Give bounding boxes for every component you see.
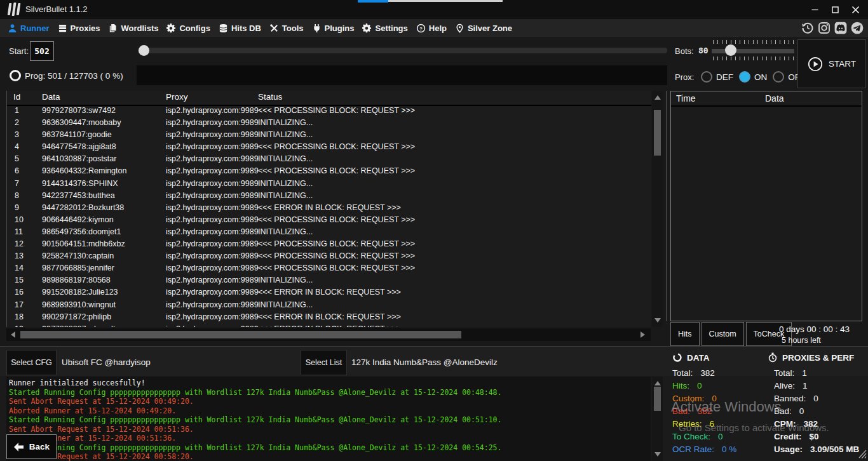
- position-slider[interactable]: [138, 48, 667, 53]
- cell-status: INITIALIZING...: [258, 154, 313, 163]
- telegram-icon[interactable]: [851, 22, 864, 34]
- table-row[interactable]: 149877066885:jenniferisp2.hydraproxy.com…: [7, 263, 651, 275]
- stat-value: 382: [804, 419, 818, 429]
- close-button[interactable]: [845, 0, 865, 19]
- cell-status: <<< ERROR IN BLOCK: REQUEST >>>: [258, 312, 401, 321]
- stat-ocr-rate: OCR Rate:0 %: [672, 443, 736, 455]
- cell-proxy: isp2.hydraproxy.com:9989: [166, 227, 259, 236]
- start-button[interactable]: START: [797, 39, 866, 88]
- bots-slider-thumb[interactable]: [725, 44, 736, 56]
- panel-splitter[interactable]: [666, 91, 667, 321]
- cell-data: 9915208182:Julie123: [42, 288, 118, 297]
- table-row[interactable]: 69364604332:Remingtonisp2.hydraproxy.com…: [7, 166, 651, 178]
- nav-item-help[interactable]: ?Help: [416, 23, 447, 33]
- table-row[interactable]: 139258247130:captainisp2.hydraproxy.com:…: [7, 251, 651, 263]
- log-line: Started Running Config pppppppppppppppp …: [9, 415, 651, 425]
- cell-id: 10: [15, 215, 24, 224]
- select-cfg-button[interactable]: Select CFG: [6, 350, 57, 375]
- table-row[interactable]: 79144314376:SPHINXisp2.hydraproxy.com:99…: [7, 178, 651, 190]
- log-line: Sent Abort Request at 15-12-2024 00:49:2…: [9, 397, 651, 406]
- table-row[interactable]: 199377888887:wheezltisp2.hydraproxy.com:…: [7, 324, 651, 327]
- prox-option-def[interactable]: DEF: [701, 71, 733, 83]
- cell-status: <<< PROCESSING BLOCK: REQUEST >>>: [258, 166, 415, 175]
- start-input[interactable]: 502: [30, 41, 54, 61]
- table-row[interactable]: 109066446492:kiymonisp2.hydraproxy.com:9…: [7, 215, 651, 227]
- nav-item-silver-zone[interactable]: Silver Zone: [455, 23, 512, 33]
- table-row[interactable]: 169915208182:Julie123isp2.hydraproxy.com…: [7, 287, 651, 299]
- nav-item-tools[interactable]: Tools: [269, 23, 304, 33]
- table-row[interactable]: 189902971872:philipbisp2.hydraproxy.com:…: [7, 312, 651, 324]
- cell-data: 9865497356:doomjet1: [42, 227, 121, 236]
- start-button-label: START: [829, 59, 856, 69]
- table-row[interactable]: 49464775478:ajgi8at8isp2.hydraproxy.com:…: [7, 142, 651, 154]
- cell-proxy: isp2.hydraproxy.com:9989: [166, 215, 259, 224]
- scroll-left-arrow[interactable]: [11, 331, 15, 338]
- runner-table: Id Data Proxy Status 19979278073:sw7492i…: [6, 91, 651, 327]
- scroll-up-arrow[interactable]: [654, 95, 661, 100]
- stat-value: 0: [697, 381, 702, 391]
- bots-slider[interactable]: [712, 49, 794, 53]
- header-id: Id: [13, 92, 20, 102]
- hits-db-icon: [219, 23, 228, 33]
- stat-value: 0: [813, 394, 818, 403]
- table-row[interactable]: 179689893910:wingnutisp2.hydraproxy.com:…: [7, 300, 651, 312]
- stat-label: CPM:: [774, 419, 796, 429]
- table-row[interactable]: 99447282012:Bozkurt38isp2.hydraproxy.com…: [7, 203, 651, 215]
- nav-item-hits-db[interactable]: Hits DB: [219, 23, 261, 33]
- log-line: Started Running Config pppppppppppppppp …: [9, 443, 651, 453]
- back-button[interactable]: Back: [6, 434, 57, 459]
- discord-icon[interactable]: [834, 22, 847, 34]
- cell-id: 19: [15, 324, 24, 327]
- table-row[interactable]: 89422377453:buttheaisp2.hydraproxy.com:9…: [7, 190, 651, 203]
- table-row[interactable]: 29636309447:moobabyisp2.hydraproxy.com:9…: [7, 117, 651, 130]
- nav-item-settings[interactable]: Settings: [362, 23, 407, 33]
- instagram-icon[interactable]: [818, 22, 831, 34]
- table-row[interactable]: 59641030887:poststarisp2.hydraproxy.com:…: [7, 154, 651, 166]
- scroll-right-arrow[interactable]: [641, 331, 645, 338]
- history-icon[interactable]: [801, 22, 814, 34]
- log-console[interactable]: Runner initialized succesfully!Started R…: [6, 377, 651, 461]
- stat-credit: Credit:$0: [774, 430, 859, 443]
- minimize-button[interactable]: [804, 0, 825, 19]
- cell-id: 1: [15, 106, 19, 115]
- hscroll-thumb[interactable]: [20, 331, 461, 338]
- nav-item-runner[interactable]: Runner: [8, 23, 50, 33]
- bots-value: 80: [698, 46, 709, 55]
- position-slider-thumb[interactable]: [139, 45, 149, 56]
- hits-header-data: Data: [765, 93, 784, 104]
- nav-item-configs[interactable]: Configs: [166, 23, 210, 33]
- prox-option-on[interactable]: ON: [739, 71, 767, 83]
- stat-to-check: To Check:0: [672, 430, 736, 443]
- table-row[interactable]: 19979278073:sw7492isp2.hydraproxy.com:99…: [7, 105, 651, 117]
- tab-hits[interactable]: Hits: [670, 322, 700, 346]
- cell-id: 16: [15, 288, 24, 297]
- top-progress-strip-track: [388, 0, 503, 2]
- table-row[interactable]: 39637841107:goodieisp2.hydraproxy.com:99…: [7, 130, 651, 142]
- maximize-button[interactable]: [825, 0, 845, 19]
- tab-custom[interactable]: Custom: [702, 322, 744, 346]
- nav-item-plugins[interactable]: Plugins: [312, 23, 355, 33]
- stat-label: Custom:: [672, 394, 704, 403]
- scroll-down-arrow[interactable]: [654, 452, 661, 457]
- table-hscrollbar[interactable]: [6, 328, 651, 341]
- table-row[interactable]: 129015064151:mdhb6xbzisp2.hydraproxy.com…: [7, 239, 651, 251]
- scroll-down-arrow[interactable]: [654, 318, 661, 323]
- log-line: Sent Abort Request at 15-12-2024 00:58:2…: [9, 452, 651, 461]
- stat-label: Bad:: [672, 406, 690, 416]
- table-scrollbar[interactable]: [652, 91, 663, 327]
- table-row[interactable]: 159898868197:80568isp2.hydraproxy.com:99…: [7, 275, 651, 287]
- table-row[interactable]: 119865497356:doomjet1isp2.hydraproxy.com…: [7, 227, 651, 239]
- nav-item-proxies[interactable]: Proxies: [58, 23, 100, 33]
- resize-grip[interactable]: [857, 447, 867, 458]
- cell-data: 9377888887:wheezlt: [42, 324, 115, 327]
- select-list-button[interactable]: Select List: [301, 350, 347, 375]
- cell-data: 9898868197:80568: [42, 276, 111, 284]
- scroll-thumb[interactable]: [654, 387, 661, 411]
- scroll-up-arrow[interactable]: [654, 381, 661, 385]
- log-scrollbar[interactable]: [652, 377, 663, 461]
- scroll-thumb[interactable]: [654, 110, 661, 156]
- stat-usage: Usage:3.09/505 MB: [774, 443, 859, 455]
- cell-data: 9015064151:mdhb6xbz: [42, 239, 125, 248]
- bots-label: Bots:: [675, 46, 694, 56]
- nav-item-wordlists[interactable]: Wordlists: [108, 23, 158, 33]
